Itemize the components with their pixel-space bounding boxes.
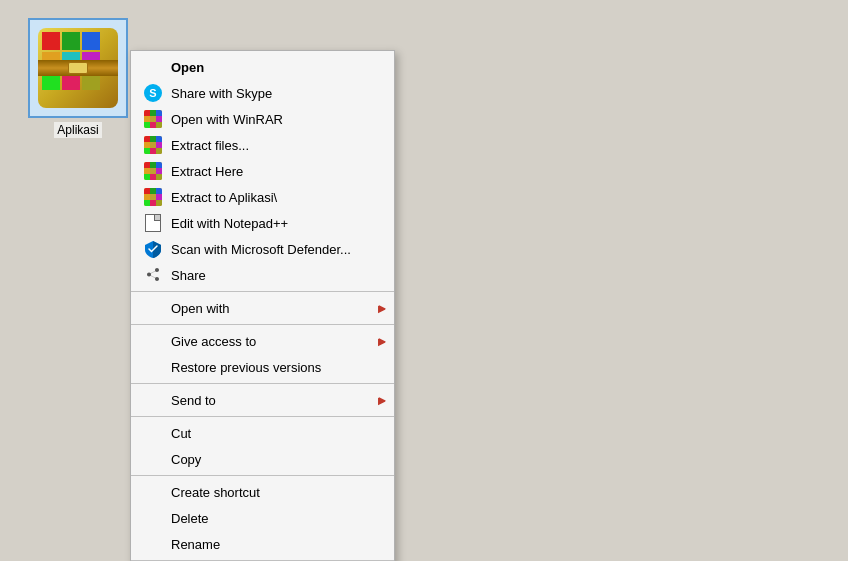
menu-item-open-label: Open — [171, 60, 382, 75]
restore-icon — [143, 357, 163, 377]
cut-icon — [143, 423, 163, 443]
menu-item-scan-defender[interactable]: Scan with Microsoft Defender... — [131, 236, 394, 262]
file-icon-image — [28, 18, 128, 118]
menu-item-create-shortcut-label: Create shortcut — [171, 485, 382, 500]
send-to-icon — [143, 390, 163, 410]
menu-item-create-shortcut[interactable]: Create shortcut — [131, 479, 394, 505]
menu-item-give-access[interactable]: Give access to ▶ — [131, 328, 394, 354]
menu-item-share[interactable]: Share — [131, 262, 394, 288]
menu-item-open-winrar-label: Open with WinRAR — [171, 112, 382, 127]
menu-item-open[interactable]: Open — [131, 54, 394, 80]
menu-item-give-access-label: Give access to — [171, 334, 382, 349]
winrar-mini-icon — [143, 109, 163, 129]
separator-4 — [131, 416, 394, 417]
menu-item-copy[interactable]: Copy — [131, 446, 394, 472]
separator-1 — [131, 291, 394, 292]
extract-to-icon — [143, 187, 163, 207]
winrar-icon — [38, 28, 118, 108]
separator-2 — [131, 324, 394, 325]
menu-item-extract-files-label: Extract files... — [171, 138, 382, 153]
menu-item-edit-notepad-label: Edit with Notepad++ — [171, 216, 382, 231]
give-access-icon — [143, 331, 163, 351]
extract-files-icon — [143, 135, 163, 155]
desktop: Aplikasi Open S Share with Skype Op — [0, 0, 848, 561]
delete-icon — [143, 508, 163, 528]
open-with-submenu-arrow: ▶ — [378, 303, 386, 314]
file-icon-aplikasi[interactable]: Aplikasi — [28, 18, 128, 138]
separator-5 — [131, 475, 394, 476]
menu-item-cut[interactable]: Cut — [131, 420, 394, 446]
separator-3 — [131, 383, 394, 384]
open-with-icon — [143, 298, 163, 318]
menu-item-restore-versions[interactable]: Restore previous versions — [131, 354, 394, 380]
menu-item-scan-defender-label: Scan with Microsoft Defender... — [171, 242, 382, 257]
menu-item-cut-label: Cut — [171, 426, 382, 441]
create-shortcut-icon — [143, 482, 163, 502]
menu-item-send-to-label: Send to — [171, 393, 382, 408]
defender-icon — [143, 239, 163, 259]
give-access-submenu-arrow: ▶ — [378, 336, 386, 347]
menu-item-share-skype-label: Share with Skype — [171, 86, 382, 101]
menu-item-share-label: Share — [171, 268, 382, 283]
menu-item-extract-to-label: Extract to Aplikasi\ — [171, 190, 382, 205]
menu-item-share-skype[interactable]: S Share with Skype — [131, 80, 394, 106]
copy-icon — [143, 449, 163, 469]
extract-here-icon — [143, 161, 163, 181]
menu-item-edit-notepad[interactable]: Edit with Notepad++ — [131, 210, 394, 236]
menu-item-delete-label: Delete — [171, 511, 382, 526]
notepad-icon — [143, 213, 163, 233]
menu-item-extract-files[interactable]: Extract files... — [131, 132, 394, 158]
menu-item-send-to[interactable]: Send to ▶ — [131, 387, 394, 413]
menu-item-open-winrar[interactable]: Open with WinRAR — [131, 106, 394, 132]
menu-item-delete[interactable]: Delete — [131, 505, 394, 531]
open-icon — [143, 57, 163, 77]
skype-icon: S — [143, 83, 163, 103]
menu-item-extract-to[interactable]: Extract to Aplikasi\ — [131, 184, 394, 210]
send-to-submenu-arrow: ▶ — [378, 395, 386, 406]
menu-item-restore-versions-label: Restore previous versions — [171, 360, 382, 375]
menu-item-extract-here[interactable]: Extract Here — [131, 158, 394, 184]
menu-item-open-with-label: Open with — [171, 301, 382, 316]
context-menu: Open S Share with Skype Open with WinRAR — [130, 50, 395, 561]
menu-item-extract-here-label: Extract Here — [171, 164, 382, 179]
menu-item-open-with[interactable]: Open with ▶ — [131, 295, 394, 321]
menu-item-rename-label: Rename — [171, 537, 382, 552]
file-icon-label: Aplikasi — [54, 122, 101, 138]
menu-item-copy-label: Copy — [171, 452, 382, 467]
rename-icon — [143, 534, 163, 554]
share-icon — [143, 265, 163, 285]
menu-item-rename[interactable]: Rename — [131, 531, 394, 557]
